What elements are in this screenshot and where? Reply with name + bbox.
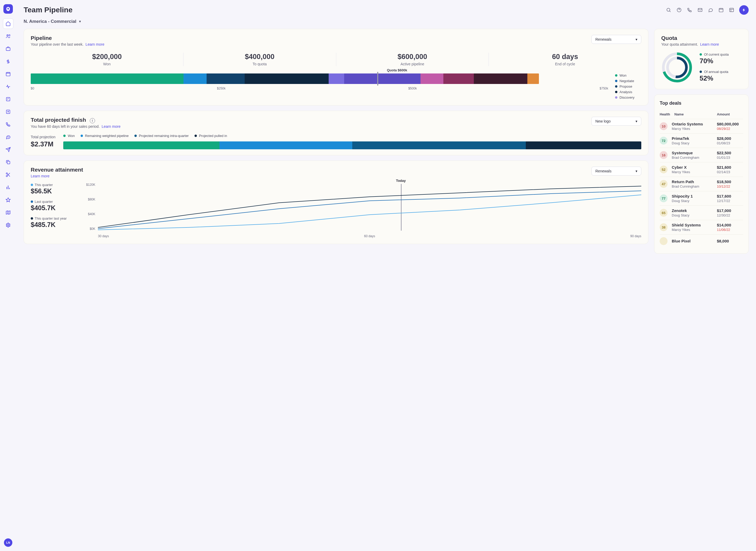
revenue-card: Revenue attainment Learn more Renewals ▾… <box>24 160 648 244</box>
pipeline-metric: $200,000Won <box>31 53 183 66</box>
pipeline-card: Pipeline Your pipeline over the last wee… <box>24 29 648 105</box>
breadcrumb-label: N. America - Commercial <box>24 19 76 24</box>
deal-date: 12/30/22 <box>717 213 743 217</box>
revenue-select[interactable]: Renewals ▾ <box>592 167 641 175</box>
panel-icon[interactable] <box>729 7 734 13</box>
deal-row[interactable]: 47 Return PathBrad Cunningham $18,50010/… <box>660 176 743 191</box>
deal-row[interactable]: 52 Cyber XMarcy Yikes $21,60002/14/23 <box>660 162 743 176</box>
svg-point-10 <box>6 173 8 174</box>
quota-learn-link[interactable]: Learn more <box>700 42 719 46</box>
deal-row[interactable]: 38 Shield SystemsMarcy Yikes $14,00011/0… <box>660 220 743 234</box>
pipeline-select[interactable]: Renewals ▾ <box>592 35 641 44</box>
quota-current-label: Of current quota <box>704 52 729 56</box>
today-label: Today <box>396 179 406 183</box>
quota-annual-value: 52% <box>700 74 729 82</box>
svg-rect-3 <box>6 72 10 76</box>
breadcrumb[interactable]: N. America - Commercial ▼ <box>24 19 82 24</box>
chevron-down-icon: ▾ <box>636 169 637 173</box>
deal-row[interactable]: 72 PrimaTekDoug Stacy $28,00001/08/23 <box>660 133 743 148</box>
deal-name: Return Path <box>672 179 717 184</box>
metric-value: 60 days <box>493 53 637 61</box>
x-tick: 90 days <box>630 234 641 238</box>
nav-scissors-icon[interactable] <box>3 169 13 180</box>
deal-name: Blue Pixel <box>672 239 717 243</box>
nav-people-icon[interactable] <box>3 31 13 41</box>
user-avatar[interactable]: LN <box>4 538 12 547</box>
quota-card: Quota Your quota attainment. Learn more <box>654 29 749 89</box>
health-badge: 10 <box>660 122 668 130</box>
pipeline-title: Pipeline <box>31 35 104 41</box>
nav-briefcase-icon[interactable] <box>3 44 13 54</box>
legend-item: Projected remaining intra-quarter <box>134 134 189 138</box>
deal-date: 12/17/22 <box>717 199 743 203</box>
message-icon[interactable] <box>708 7 714 13</box>
nav-map-icon[interactable] <box>3 207 13 218</box>
svg-rect-4 <box>6 97 10 101</box>
deal-amount: $8,000 <box>717 239 743 243</box>
deal-owner: Doug Stacy <box>672 141 717 145</box>
health-badge: 65 <box>660 209 668 217</box>
col-name: Name <box>674 112 717 116</box>
app-logo[interactable] <box>3 4 13 14</box>
projected-select[interactable]: New logo ▾ <box>592 117 641 126</box>
nav-checklist-icon[interactable] <box>3 94 13 104</box>
deal-row[interactable]: 16 SystemqueBrad Cunningham $22,50001/01… <box>660 148 743 162</box>
svg-point-11 <box>6 175 8 177</box>
search-icon[interactable] <box>666 7 672 13</box>
metric-value: $400,000 <box>188 53 331 61</box>
topbar-phone-icon[interactable] <box>687 7 693 13</box>
info-icon[interactable]: i <box>90 118 95 123</box>
legend-item: Remaining weighted pipeline <box>81 134 129 138</box>
projected-total-value: $2.37M <box>31 140 55 148</box>
deal-row[interactable]: 10 Ontario SystemsMarcy Yikes $80,000,00… <box>660 119 743 133</box>
deal-date: 10/12/22 <box>717 184 743 188</box>
health-badge: 52 <box>660 165 668 173</box>
nav-upload-icon[interactable] <box>3 106 13 117</box>
help-icon[interactable] <box>676 7 682 13</box>
nav-calendar-icon[interactable] <box>3 69 13 79</box>
deal-amount: $21,600 <box>717 165 743 169</box>
axis-tick: $500k <box>408 87 417 90</box>
col-amount: Amount <box>717 112 743 116</box>
topbar-calendar-icon[interactable] <box>718 7 724 13</box>
axis-tick: $750k <box>600 87 608 90</box>
deal-row[interactable]: 65 ZenotekDoug Stacy $17,00012/30/22 <box>660 205 743 220</box>
projected-bar-chart <box>63 141 641 149</box>
nav-pulse-icon[interactable] <box>3 81 13 92</box>
deal-date: 01/01/23 <box>717 155 743 159</box>
legend-item: Propose <box>615 84 641 88</box>
deal-name: Ontario Systems <box>672 122 717 126</box>
mail-icon[interactable] <box>697 7 703 13</box>
svg-rect-9 <box>7 161 10 164</box>
svg-point-12 <box>8 224 9 226</box>
deal-amount: $14,000 <box>717 223 743 227</box>
nav-copy-icon[interactable] <box>3 157 13 167</box>
page-title: Team Pipeline <box>24 6 72 14</box>
metric-label: End of cycle <box>493 62 637 66</box>
deal-amount: $22,500 <box>717 151 743 155</box>
x-tick: 60 days <box>364 234 375 238</box>
deal-date: 11/06/22 <box>717 228 743 232</box>
nav-star-icon[interactable] <box>3 195 13 205</box>
nav-settings-icon[interactable] <box>3 220 13 230</box>
deal-amount: $17,000 <box>717 208 743 213</box>
nav-send-icon[interactable] <box>3 144 13 155</box>
deal-row[interactable]: Blue Pixel $8,000 <box>660 234 743 248</box>
nav-dollar-icon[interactable] <box>3 56 13 67</box>
pipeline-learn-link[interactable]: Learn more <box>85 42 104 46</box>
bolt-button[interactable] <box>739 5 749 15</box>
projected-card: Total projected finish i You have 60 day… <box>24 111 648 155</box>
nav-phone-icon[interactable] <box>3 119 13 130</box>
deal-row[interactable]: 77 Shipocity 1Doug Stacy $17,60012/17/22 <box>660 191 743 205</box>
deal-name: Zenotek <box>672 208 717 213</box>
nav-chat-icon[interactable] <box>3 132 13 142</box>
svg-point-13 <box>667 8 670 11</box>
deal-owner: Doug Stacy <box>672 213 717 217</box>
nav-home-icon[interactable] <box>3 18 13 29</box>
revenue-learn-link[interactable]: Learn more <box>31 174 50 178</box>
projected-learn-link[interactable]: Learn more <box>101 124 120 128</box>
legend-item: Negotiate <box>615 79 641 83</box>
projected-subtitle: You have 60 days left in your sales peri… <box>31 124 100 128</box>
nav-chart-icon[interactable] <box>3 182 13 192</box>
revenue-line-chart: Today $120K$80K$40K$0K 30 days60 days90 … <box>82 183 641 238</box>
